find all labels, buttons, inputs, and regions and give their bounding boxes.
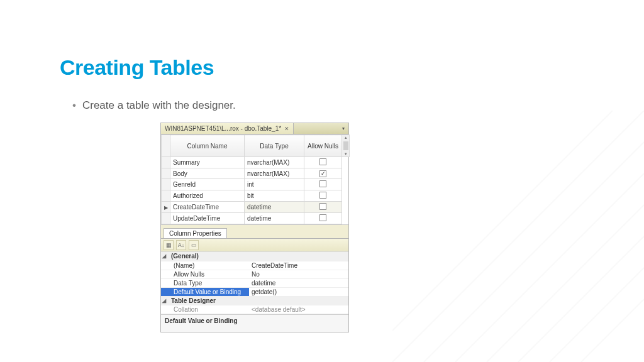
tab-column-properties[interactable]: Column Properties: [164, 228, 227, 238]
slide-title: Creating Tables: [60, 55, 214, 80]
prop-row-name[interactable]: (Name) CreateDateTime: [161, 261, 348, 270]
properties-toolbar: ▦ A↓ ▭: [161, 238, 348, 252]
table-row[interactable]: Bodynvarchar(MAX)✓: [162, 168, 350, 179]
allow-nulls-checkbox[interactable]: [319, 203, 326, 210]
cell-column-name[interactable]: GenreId: [170, 179, 245, 190]
vertical-scrollbar[interactable]: ▴ ▾: [342, 135, 349, 156]
collapse-icon[interactable]: ◢: [162, 253, 168, 259]
slide-bullet: Create a table with the designer.: [72, 99, 236, 112]
document-tab-label: WIN81ASPNET451\L...rox - dbo.Table_1*: [165, 125, 281, 132]
row-selector[interactable]: [162, 157, 170, 168]
category-general: (General): [164, 253, 199, 260]
scroll-up-icon[interactable]: ▴: [345, 135, 347, 140]
cell-column-name[interactable]: Body: [170, 168, 245, 179]
cell-allow-nulls[interactable]: [304, 190, 342, 202]
scroll-thumb[interactable]: [343, 141, 348, 150]
document-tab[interactable]: WIN81ASPNET451\L...rox - dbo.Table_1* ✕: [161, 123, 294, 134]
cell-column-name[interactable]: Summary: [170, 157, 245, 168]
prop-row-data-type[interactable]: Data Type datetime: [161, 278, 348, 287]
allow-nulls-checkbox[interactable]: [319, 214, 326, 221]
row-selector[interactable]: [162, 213, 170, 224]
properties-grid[interactable]: ◢ (General) (Name) CreateDateTime Allow …: [161, 252, 348, 314]
cell-column-name[interactable]: Authorized: [170, 190, 245, 202]
cell-data-type[interactable]: bit: [245, 190, 304, 202]
collapse-icon[interactable]: ◢: [162, 298, 168, 304]
cell-column-name[interactable]: CreateDateTime: [170, 202, 245, 213]
cell-column-name[interactable]: UpdateDateTime: [170, 213, 245, 224]
table-row[interactable]: UpdateDateTimedatetime: [162, 213, 350, 224]
cell-data-type[interactable]: nvarchar(MAX): [245, 157, 304, 168]
header-data-type[interactable]: Data Type: [245, 135, 304, 157]
cell-data-type[interactable]: int: [245, 179, 304, 190]
cell-allow-nulls[interactable]: [304, 179, 342, 190]
cell-allow-nulls[interactable]: [304, 213, 342, 224]
allow-nulls-checkbox[interactable]: [319, 158, 326, 165]
allow-nulls-checkbox[interactable]: [319, 180, 326, 187]
property-description-bar: Default Value or Binding: [161, 314, 348, 332]
table-row[interactable]: GenreIdint: [162, 179, 350, 190]
header-column-name[interactable]: Column Name: [170, 135, 245, 157]
cell-allow-nulls[interactable]: [304, 202, 342, 213]
table-row[interactable]: Summarynvarchar(MAX): [162, 157, 350, 168]
alphabetical-button[interactable]: A↓: [176, 240, 186, 250]
columns-grid[interactable]: Column Name Data Type Allow Nulls ▴ ▾ Su…: [161, 134, 350, 224]
cell-allow-nulls[interactable]: ✓: [304, 168, 342, 179]
row-selector[interactable]: [162, 179, 170, 190]
current-row-marker-icon: ▶: [164, 205, 168, 211]
allow-nulls-checkbox[interactable]: ✓: [319, 170, 326, 177]
category-table-designer: Table Designer: [164, 297, 216, 304]
cell-data-type[interactable]: datetime: [245, 202, 304, 213]
prop-row-collation[interactable]: Collation <database default>: [161, 305, 348, 314]
categorized-button[interactable]: ▦: [164, 240, 174, 250]
properties-pages-button[interactable]: ▭: [189, 240, 199, 250]
header-allow-nulls[interactable]: Allow Nulls: [304, 135, 342, 157]
background-decoration: [392, 111, 644, 362]
cell-data-type[interactable]: nvarchar(MAX): [245, 168, 304, 179]
table-designer-window: WIN81ASPNET451\L...rox - dbo.Table_1* ✕ …: [160, 123, 349, 332]
cell-data-type[interactable]: datetime: [245, 213, 304, 224]
close-icon[interactable]: ✕: [284, 126, 289, 132]
row-selector[interactable]: [162, 190, 170, 202]
document-tab-bar: WIN81ASPNET451\L...rox - dbo.Table_1* ✕ …: [161, 123, 348, 134]
prop-row-default-value[interactable]: Default Value or Binding getdate(): [161, 287, 348, 296]
properties-tab-bar: Column Properties: [161, 224, 348, 238]
cell-allow-nulls[interactable]: [304, 157, 342, 168]
allow-nulls-checkbox[interactable]: [319, 192, 326, 199]
row-selector[interactable]: [162, 168, 170, 179]
scroll-down-icon[interactable]: ▾: [345, 151, 347, 156]
tab-overflow-menu[interactable]: ▾: [338, 123, 348, 134]
table-row[interactable]: ▶CreateDateTimedatetime: [162, 202, 350, 213]
row-selector[interactable]: ▶: [162, 202, 170, 213]
table-row[interactable]: Authorizedbit: [162, 190, 350, 202]
prop-row-allow-nulls[interactable]: Allow Nulls No: [161, 270, 348, 278]
